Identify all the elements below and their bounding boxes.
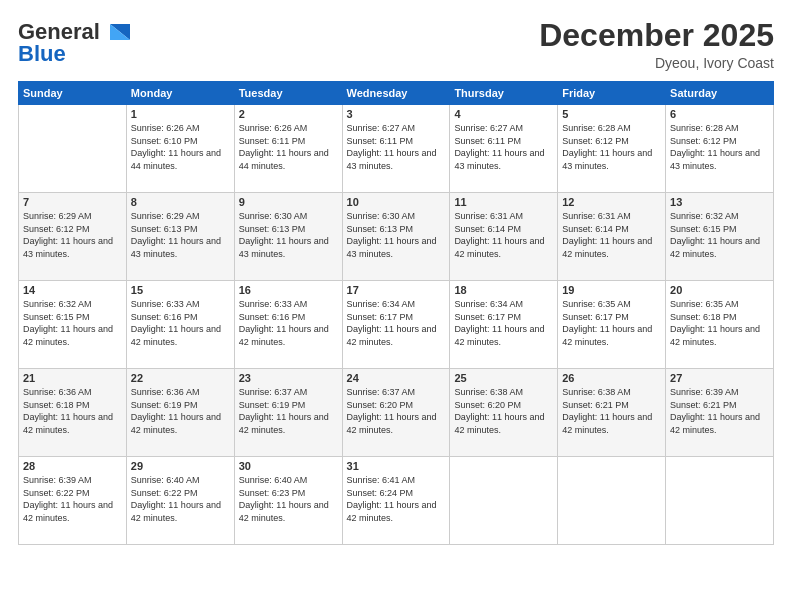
day-number: 9 <box>239 196 338 208</box>
col-wednesday: Wednesday <box>342 82 450 105</box>
day-number: 19 <box>562 284 661 296</box>
calendar-cell: 5 Sunrise: 6:28 AMSunset: 6:12 PMDayligh… <box>558 105 666 193</box>
day-number: 13 <box>670 196 769 208</box>
calendar-cell: 2 Sunrise: 6:26 AMSunset: 6:11 PMDayligh… <box>234 105 342 193</box>
day-number: 10 <box>347 196 446 208</box>
calendar-week-4: 21 Sunrise: 6:36 AMSunset: 6:18 PMDaylig… <box>19 369 774 457</box>
day-info: Sunrise: 6:32 AMSunset: 6:15 PMDaylight:… <box>23 299 113 347</box>
day-number: 25 <box>454 372 553 384</box>
day-info: Sunrise: 6:26 AMSunset: 6:11 PMDaylight:… <box>239 123 329 171</box>
calendar-cell: 21 Sunrise: 6:36 AMSunset: 6:18 PMDaylig… <box>19 369 127 457</box>
calendar-cell: 14 Sunrise: 6:32 AMSunset: 6:15 PMDaylig… <box>19 281 127 369</box>
day-info: Sunrise: 6:36 AMSunset: 6:18 PMDaylight:… <box>23 387 113 435</box>
col-sunday: Sunday <box>19 82 127 105</box>
calendar-cell: 31 Sunrise: 6:41 AMSunset: 6:24 PMDaylig… <box>342 457 450 545</box>
day-number: 16 <box>239 284 338 296</box>
calendar-cell: 10 Sunrise: 6:30 AMSunset: 6:13 PMDaylig… <box>342 193 450 281</box>
calendar-cell: 9 Sunrise: 6:30 AMSunset: 6:13 PMDayligh… <box>234 193 342 281</box>
calendar-cell: 18 Sunrise: 6:34 AMSunset: 6:17 PMDaylig… <box>450 281 558 369</box>
calendar-cell: 27 Sunrise: 6:39 AMSunset: 6:21 PMDaylig… <box>666 369 774 457</box>
calendar-cell: 8 Sunrise: 6:29 AMSunset: 6:13 PMDayligh… <box>126 193 234 281</box>
calendar-cell: 11 Sunrise: 6:31 AMSunset: 6:14 PMDaylig… <box>450 193 558 281</box>
day-info: Sunrise: 6:27 AMSunset: 6:11 PMDaylight:… <box>347 123 437 171</box>
day-info: Sunrise: 6:30 AMSunset: 6:13 PMDaylight:… <box>347 211 437 259</box>
calendar-cell: 20 Sunrise: 6:35 AMSunset: 6:18 PMDaylig… <box>666 281 774 369</box>
calendar-cell: 24 Sunrise: 6:37 AMSunset: 6:20 PMDaylig… <box>342 369 450 457</box>
day-info: Sunrise: 6:27 AMSunset: 6:11 PMDaylight:… <box>454 123 544 171</box>
day-number: 12 <box>562 196 661 208</box>
day-number: 22 <box>131 372 230 384</box>
day-info: Sunrise: 6:29 AMSunset: 6:13 PMDaylight:… <box>131 211 221 259</box>
calendar-cell: 26 Sunrise: 6:38 AMSunset: 6:21 PMDaylig… <box>558 369 666 457</box>
col-thursday: Thursday <box>450 82 558 105</box>
day-number: 31 <box>347 460 446 472</box>
day-number: 27 <box>670 372 769 384</box>
day-number: 30 <box>239 460 338 472</box>
day-info: Sunrise: 6:30 AMSunset: 6:13 PMDaylight:… <box>239 211 329 259</box>
calendar-cell: 19 Sunrise: 6:35 AMSunset: 6:17 PMDaylig… <box>558 281 666 369</box>
calendar-cell: 25 Sunrise: 6:38 AMSunset: 6:20 PMDaylig… <box>450 369 558 457</box>
calendar-cell: 12 Sunrise: 6:31 AMSunset: 6:14 PMDaylig… <box>558 193 666 281</box>
day-info: Sunrise: 6:40 AMSunset: 6:22 PMDaylight:… <box>131 475 221 523</box>
day-info: Sunrise: 6:37 AMSunset: 6:19 PMDaylight:… <box>239 387 329 435</box>
calendar-cell: 22 Sunrise: 6:36 AMSunset: 6:19 PMDaylig… <box>126 369 234 457</box>
day-number: 29 <box>131 460 230 472</box>
day-number: 6 <box>670 108 769 120</box>
day-number: 18 <box>454 284 553 296</box>
calendar-week-2: 7 Sunrise: 6:29 AMSunset: 6:12 PMDayligh… <box>19 193 774 281</box>
calendar-week-5: 28 Sunrise: 6:39 AMSunset: 6:22 PMDaylig… <box>19 457 774 545</box>
day-info: Sunrise: 6:39 AMSunset: 6:21 PMDaylight:… <box>670 387 760 435</box>
day-number: 26 <box>562 372 661 384</box>
day-number: 17 <box>347 284 446 296</box>
calendar-cell <box>666 457 774 545</box>
day-info: Sunrise: 6:26 AMSunset: 6:10 PMDaylight:… <box>131 123 221 171</box>
calendar-cell: 28 Sunrise: 6:39 AMSunset: 6:22 PMDaylig… <box>19 457 127 545</box>
logo-blue: Blue <box>18 42 66 66</box>
calendar-cell: 4 Sunrise: 6:27 AMSunset: 6:11 PMDayligh… <box>450 105 558 193</box>
day-info: Sunrise: 6:34 AMSunset: 6:17 PMDaylight:… <box>454 299 544 347</box>
calendar-cell <box>558 457 666 545</box>
day-number: 2 <box>239 108 338 120</box>
header: General Blue December 2025 Dyeou, Ivory … <box>18 18 774 71</box>
day-info: Sunrise: 6:33 AMSunset: 6:16 PMDaylight:… <box>131 299 221 347</box>
col-tuesday: Tuesday <box>234 82 342 105</box>
day-info: Sunrise: 6:41 AMSunset: 6:24 PMDaylight:… <box>347 475 437 523</box>
location-title: Dyeou, Ivory Coast <box>539 55 774 71</box>
day-number: 23 <box>239 372 338 384</box>
calendar-cell: 29 Sunrise: 6:40 AMSunset: 6:22 PMDaylig… <box>126 457 234 545</box>
day-info: Sunrise: 6:36 AMSunset: 6:19 PMDaylight:… <box>131 387 221 435</box>
calendar-cell: 17 Sunrise: 6:34 AMSunset: 6:17 PMDaylig… <box>342 281 450 369</box>
calendar-cell: 30 Sunrise: 6:40 AMSunset: 6:23 PMDaylig… <box>234 457 342 545</box>
day-number: 3 <box>347 108 446 120</box>
day-info: Sunrise: 6:40 AMSunset: 6:23 PMDaylight:… <box>239 475 329 523</box>
day-number: 21 <box>23 372 122 384</box>
day-info: Sunrise: 6:28 AMSunset: 6:12 PMDaylight:… <box>670 123 760 171</box>
day-info: Sunrise: 6:29 AMSunset: 6:12 PMDaylight:… <box>23 211 113 259</box>
day-info: Sunrise: 6:28 AMSunset: 6:12 PMDaylight:… <box>562 123 652 171</box>
col-friday: Friday <box>558 82 666 105</box>
calendar-cell: 15 Sunrise: 6:33 AMSunset: 6:16 PMDaylig… <box>126 281 234 369</box>
calendar-cell: 16 Sunrise: 6:33 AMSunset: 6:16 PMDaylig… <box>234 281 342 369</box>
calendar-cell: 6 Sunrise: 6:28 AMSunset: 6:12 PMDayligh… <box>666 105 774 193</box>
day-info: Sunrise: 6:33 AMSunset: 6:16 PMDaylight:… <box>239 299 329 347</box>
calendar-cell: 1 Sunrise: 6:26 AMSunset: 6:10 PMDayligh… <box>126 105 234 193</box>
calendar-cell: 3 Sunrise: 6:27 AMSunset: 6:11 PMDayligh… <box>342 105 450 193</box>
calendar-week-1: 1 Sunrise: 6:26 AMSunset: 6:10 PMDayligh… <box>19 105 774 193</box>
title-block: December 2025 Dyeou, Ivory Coast <box>539 18 774 71</box>
day-number: 5 <box>562 108 661 120</box>
day-info: Sunrise: 6:38 AMSunset: 6:20 PMDaylight:… <box>454 387 544 435</box>
day-number: 14 <box>23 284 122 296</box>
day-number: 1 <box>131 108 230 120</box>
page: General Blue December 2025 Dyeou, Ivory … <box>0 0 792 612</box>
day-number: 11 <box>454 196 553 208</box>
day-info: Sunrise: 6:31 AMSunset: 6:14 PMDaylight:… <box>562 211 652 259</box>
logo: General Blue <box>18 18 130 66</box>
day-number: 8 <box>131 196 230 208</box>
col-saturday: Saturday <box>666 82 774 105</box>
day-number: 7 <box>23 196 122 208</box>
day-info: Sunrise: 6:32 AMSunset: 6:15 PMDaylight:… <box>670 211 760 259</box>
day-number: 28 <box>23 460 122 472</box>
calendar-cell: 23 Sunrise: 6:37 AMSunset: 6:19 PMDaylig… <box>234 369 342 457</box>
calendar: Sunday Monday Tuesday Wednesday Thursday… <box>18 81 774 545</box>
day-info: Sunrise: 6:35 AMSunset: 6:18 PMDaylight:… <box>670 299 760 347</box>
